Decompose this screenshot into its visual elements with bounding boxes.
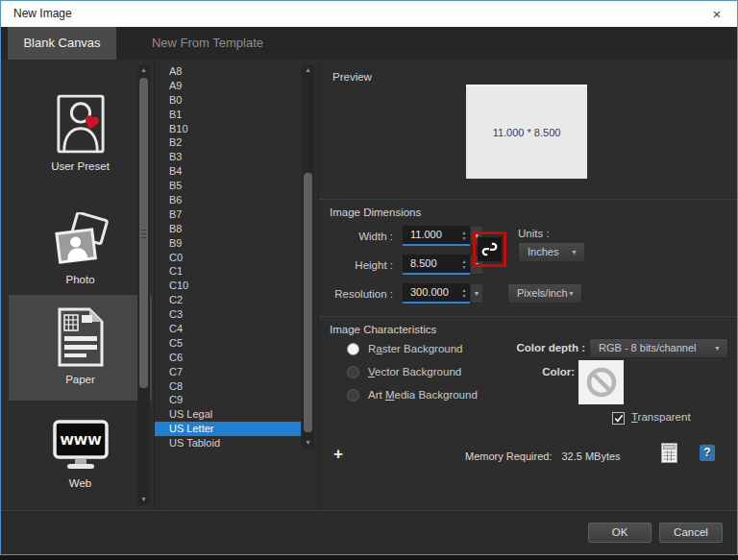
chevron-down-icon: ▼: [568, 284, 575, 303]
image-dimensions-heading: Image Dimensions: [330, 207, 421, 218]
plus-icon[interactable]: +: [333, 445, 343, 464]
list-item[interactable]: C5: [155, 336, 301, 351]
size-list: A8A9B0B1B10B2B3B4B5B6B7B8B9C0C1C10C2C3C4…: [155, 64, 301, 450]
list-item[interactable]: B9: [155, 236, 301, 251]
list-item[interactable]: C8: [155, 379, 301, 394]
tab-blank-canvas[interactable]: Blank Canvas: [8, 27, 116, 60]
list-item[interactable]: A9: [155, 79, 301, 93]
sidebar-item-web[interactable]: WWW Web: [9, 408, 152, 504]
list-item[interactable]: B8: [155, 222, 301, 236]
list-item[interactable]: A8: [155, 64, 301, 79]
list-item[interactable]: B2: [155, 135, 301, 150]
paper-icon: [9, 306, 152, 368]
list-item[interactable]: C10: [155, 279, 301, 293]
resolution-units-value: Pixels/inch: [517, 287, 568, 299]
list-item[interactable]: US Letter: [155, 422, 301, 436]
calculator-icon[interactable]: [661, 443, 677, 467]
help-icon[interactable]: ?: [700, 445, 715, 461]
list-item[interactable]: B6: [155, 193, 301, 207]
units-value: Inches: [528, 246, 558, 257]
art-media-background-label: Art Media Background: [368, 389, 478, 401]
height-spinner-arrows[interactable]: ▲▼: [458, 255, 470, 275]
vector-background-radio[interactable]: [347, 366, 359, 378]
list-item[interactable]: C6: [155, 351, 301, 365]
resolution-units-dropdown[interactable]: Pixels/inch ▼: [507, 283, 582, 304]
red-highlight-annotation: [473, 231, 506, 267]
list-item[interactable]: C4: [155, 322, 301, 336]
ok-button[interactable]: OK: [588, 523, 652, 543]
scroll-up-icon[interactable]: ▲: [137, 64, 150, 76]
list-item[interactable]: B7: [155, 207, 301, 222]
footer-bar: OK Cancel: [1, 511, 737, 554]
list-item[interactable]: C7: [155, 365, 301, 379]
color-swatch[interactable]: [578, 360, 624, 404]
web-icon: WWW: [9, 420, 152, 472]
scroll-down-icon[interactable]: ▼: [302, 437, 314, 449]
transparent-checkbox[interactable]: [612, 412, 625, 425]
scrollbar-thumb[interactable]: [304, 173, 312, 432]
width-spinbox[interactable]: 11.000 ▲▼ ▼: [403, 226, 483, 246]
height-label: Height :: [328, 259, 393, 271]
sidebar-item-label: Web: [9, 477, 152, 489]
chevron-down-icon: ▼: [714, 339, 721, 357]
svg-text:WWW: WWW: [60, 433, 101, 448]
tab-new-from-template[interactable]: New From Template: [116, 27, 299, 60]
tab-bar: Blank Canvas New From Template: [1, 27, 737, 60]
list-item[interactable]: US Tabloid: [155, 436, 301, 450]
color-depth-label: Color depth :: [501, 342, 585, 353]
chevron-down-icon: ▼: [571, 243, 578, 261]
memory-required-value: 32.5 MBytes: [561, 450, 620, 462]
separator: [318, 60, 319, 510]
list-item[interactable]: C1: [155, 264, 301, 279]
width-spinner-arrows[interactable]: ▲▼: [458, 226, 470, 246]
resolution-dropdown-button[interactable]: ▼: [470, 283, 483, 304]
scroll-down-icon[interactable]: ▼: [137, 494, 150, 505]
width-input[interactable]: 11.000: [403, 226, 458, 246]
link-dimensions-icon[interactable]: [478, 237, 502, 261]
resolution-label: Resolution :: [318, 288, 393, 300]
art-media-background-radio[interactable]: [347, 389, 359, 402]
transparent-label: Transparent: [631, 411, 691, 423]
color-depth-value: RGB - 8 bits/channel: [599, 342, 697, 353]
resolution-spinner-arrows[interactable]: ▲▼: [458, 283, 470, 304]
list-item[interactable]: C0: [155, 251, 301, 265]
memory-required-label: Memory Required:: [465, 450, 552, 462]
list-item[interactable]: B5: [155, 179, 301, 193]
preview-dimensions-text: 11.000 * 8.500: [493, 127, 561, 138]
sidebar-item-photo[interactable]: Photo: [9, 201, 152, 295]
size-list-scrollbar[interactable]: ▲ ▼: [302, 64, 314, 449]
raster-background-label: Raster Background: [368, 343, 462, 354]
sidebar-scrollbar[interactable]: ▲ ▼: [137, 64, 150, 505]
list-item[interactable]: B1: [155, 108, 301, 122]
separator: [319, 316, 738, 317]
height-spinbox[interactable]: 8.500 ▲▼ ▼: [403, 255, 483, 275]
resolution-spinbox[interactable]: 300.000 ▲▼ ▼: [403, 283, 483, 304]
list-item[interactable]: C2: [155, 293, 301, 307]
vector-background-label: Vector Background: [368, 366, 461, 377]
list-item[interactable]: C9: [155, 393, 301, 407]
raster-background-radio[interactable]: [347, 343, 359, 355]
height-input[interactable]: 8.500: [403, 255, 458, 275]
color-depth-dropdown[interactable]: RGB - 8 bits/channel ▼: [589, 338, 728, 358]
list-item[interactable]: US Legal: [155, 407, 301, 422]
list-item[interactable]: B10: [155, 122, 301, 136]
image-characteristics-heading: Image Characteristics: [330, 324, 436, 335]
list-item[interactable]: B4: [155, 164, 301, 179]
scrollbar-thumb[interactable]: [139, 78, 148, 388]
units-dropdown[interactable]: Inches ▼: [518, 242, 585, 262]
sidebar-item-label: User Preset: [9, 160, 152, 172]
resolution-input[interactable]: 300.000: [403, 283, 458, 304]
title-bar: New Image ×: [1, 1, 737, 27]
separator: [319, 199, 738, 200]
sidebar-item-label: Photo: [9, 274, 152, 285]
sidebar-item-paper[interactable]: Paper: [9, 295, 152, 401]
list-item[interactable]: B0: [155, 93, 301, 108]
cancel-button[interactable]: Cancel: [659, 523, 723, 543]
list-item[interactable]: B3: [155, 150, 301, 164]
list-item[interactable]: C3: [155, 307, 301, 322]
sidebar-item-label: Paper: [9, 374, 152, 385]
scroll-up-icon[interactable]: ▲: [302, 64, 314, 76]
close-icon[interactable]: ×: [702, 3, 731, 25]
sidebar-item-user-preset[interactable]: User Preset: [9, 82, 152, 180]
preview-canvas: 11.000 * 8.500: [466, 85, 587, 179]
